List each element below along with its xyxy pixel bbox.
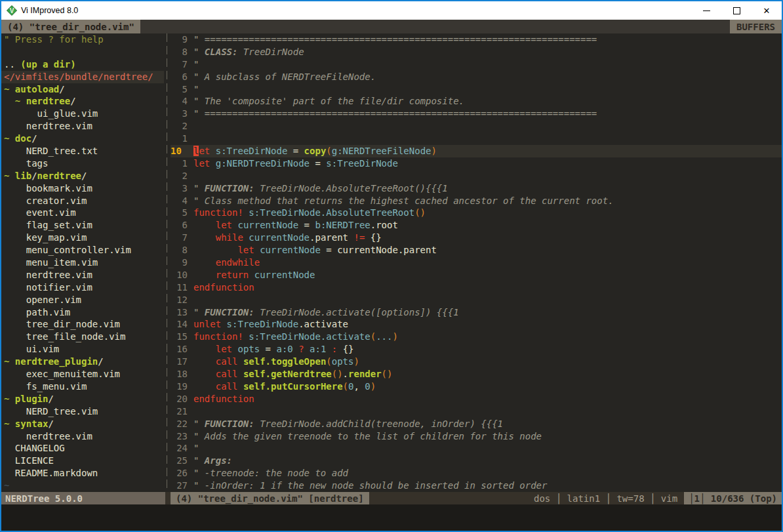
tree-line[interactable]: nerdtree.vim bbox=[1, 430, 164, 443]
tree-text: tags bbox=[4, 157, 48, 170]
tree-line[interactable]: LICENCE bbox=[1, 455, 164, 467]
tree-line[interactable]: flag_set.vim bbox=[1, 219, 164, 232]
tree-text: ~ nerdtree_plugin/ bbox=[4, 356, 104, 368]
code-line[interactable]: 25" Args: bbox=[171, 455, 782, 467]
minimize-button[interactable] bbox=[691, 1, 721, 20]
tree-line[interactable]: creator.vim bbox=[1, 195, 164, 207]
tree-line[interactable]: .. (up a dir) bbox=[1, 58, 164, 71]
tree-line[interactable]: " Press ? for help bbox=[1, 33, 164, 46]
tree-line[interactable]: menu_item.vim bbox=[1, 256, 164, 269]
code-line[interactable]: 3" =====================================… bbox=[171, 108, 782, 120]
code-line[interactable]: 16 let opts = a:0 ? a:1 : {} bbox=[171, 343, 782, 356]
code-line[interactable]: 27" -inOrder: 1 if the new node should b… bbox=[171, 480, 782, 492]
tree-line[interactable]: ~ lib/nerdtree/ bbox=[1, 170, 164, 182]
code-line[interactable]: 20endfunction bbox=[171, 393, 782, 405]
tree-text: ~ nerdtree/ bbox=[4, 95, 76, 108]
code-text: " ======================================… bbox=[193, 108, 597, 120]
tree-line[interactable]: ~ syntax/ bbox=[1, 418, 164, 430]
tree-line[interactable]: key_map.vim bbox=[1, 232, 164, 244]
tree-line[interactable]: ui.vim bbox=[1, 343, 164, 356]
code-line[interactable]: 3" FUNCTION: TreeDirNode.AbsoluteTreeRoo… bbox=[171, 182, 782, 195]
tree-line[interactable]: nerdtree.vim bbox=[1, 120, 164, 133]
code-line[interactable]: 6 let currentNode = b:NERDTree.root bbox=[171, 219, 782, 232]
tree-line[interactable]: ~ bbox=[1, 480, 164, 492]
code-line[interactable]: 22" FUNCTION: TreeDirNode.addChild(treen… bbox=[171, 418, 782, 430]
tree-line[interactable]: tree_file_node.vim bbox=[1, 331, 164, 343]
tree-text: exec_menuitem.vim bbox=[4, 368, 120, 380]
code-line[interactable]: 8 let currentNode = currentNode.parent bbox=[171, 244, 782, 256]
tree-line[interactable]: menu_controller.vim bbox=[1, 244, 164, 256]
code-text: call self.getNerdtree().render() bbox=[193, 368, 392, 380]
tree-line[interactable]: bookmark.vim bbox=[1, 182, 164, 195]
tree-line[interactable]: notifier.vim bbox=[1, 281, 164, 294]
tree-line[interactable]: fs_menu.vim bbox=[1, 380, 164, 393]
window-separator[interactable] bbox=[164, 33, 171, 492]
code-line[interactable]: 24" bbox=[171, 442, 782, 455]
code-line: 2 bbox=[171, 170, 782, 182]
line-number: 1 bbox=[171, 157, 188, 170]
code-line[interactable]: 10 return currentNode bbox=[171, 269, 782, 281]
line-number: 21 bbox=[171, 405, 188, 418]
tree-line[interactable]: NERD_tree.vim bbox=[1, 405, 164, 418]
tree-line[interactable]: exec_menuitem.vim bbox=[1, 368, 164, 380]
close-button[interactable]: ✕ bbox=[752, 1, 782, 20]
code-line[interactable]: 26" -treenode: the node to add bbox=[171, 467, 782, 480]
code-line[interactable]: 1let g:NERDTreeDirNode = s:TreeDirNode bbox=[171, 157, 782, 170]
code-line[interactable]: 14unlet s:TreeDirNode.activate bbox=[171, 318, 782, 331]
tree-line[interactable]: ui_glue.vim bbox=[1, 108, 164, 120]
code-line[interactable]: 18 call self.getNerdtree().render() bbox=[171, 368, 782, 380]
code-line[interactable]: 19 call self.putCursorHere(0, 0) bbox=[171, 380, 782, 393]
tree-line[interactable]: opener.vim bbox=[1, 294, 164, 306]
tree-text: ~ lib/nerdtree/ bbox=[4, 170, 87, 182]
line-number: 7 bbox=[171, 232, 188, 244]
line-number: 3 bbox=[171, 108, 188, 120]
code-line[interactable]: 13" FUNCTION: TreeDirNode.activate([opti… bbox=[171, 306, 782, 319]
code-line[interactable]: 11endfunction bbox=[171, 281, 782, 294]
tree-line[interactable]: </vimfiles/bundle/nerdtree/ bbox=[1, 71, 164, 83]
tree-text: path.vim bbox=[4, 306, 70, 319]
tree-line[interactable]: ~ plugin/ bbox=[1, 393, 164, 405]
tree-line[interactable]: CHANGELOG bbox=[1, 442, 164, 455]
code-text: " FUNCTION: TreeDirNode.addChild(treenod… bbox=[193, 418, 503, 430]
code-line[interactable]: 9" =====================================… bbox=[171, 33, 782, 46]
tree-line[interactable]: NERD_tree.txt bbox=[1, 145, 164, 157]
tree-line[interactable]: path.vim bbox=[1, 306, 164, 319]
tree-line[interactable]: README.markdown bbox=[1, 467, 164, 480]
code-line[interactable]: 15function! s:TreeDirNode.activate(...) bbox=[171, 331, 782, 343]
code-line[interactable]: 7 while currentNode.parent != {} bbox=[171, 232, 782, 244]
code-line[interactable]: 7" bbox=[171, 58, 782, 71]
tree-text: nerdtree.vim bbox=[4, 430, 92, 443]
line-number: 27 bbox=[171, 480, 188, 492]
code-line[interactable]: 4" The 'composite' part of the file/dir … bbox=[171, 95, 782, 108]
code-line[interactable]: 8" CLASS: TreeDirNode bbox=[171, 46, 782, 58]
tree-line[interactable]: ~ doc/ bbox=[1, 133, 164, 145]
code-line[interactable]: 17 call self.toggleOpen(opts) bbox=[171, 356, 782, 368]
tree-line[interactable]: tree_dir_node.vim bbox=[1, 318, 164, 331]
buffer-statusline: (4) "tree_dir_node.vim" [nerdtree] bbox=[171, 492, 369, 504]
code-line[interactable]: 10let s:TreeDirNode = copy(g:NERDTreeFil… bbox=[171, 145, 782, 157]
code-line[interactable]: 5" bbox=[171, 83, 782, 96]
window-title: Vi IMproved 8.0 bbox=[21, 6, 78, 15]
code-line[interactable]: 4" Class method that returns the highest… bbox=[171, 195, 782, 207]
tree-line[interactable]: tags bbox=[1, 157, 164, 170]
tree-line[interactable]: nerdtree.vim bbox=[1, 269, 164, 281]
tree-text: tree_dir_node.vim bbox=[4, 318, 120, 331]
tree-text: key_map.vim bbox=[4, 232, 87, 244]
tree-line[interactable]: event.vim bbox=[1, 207, 164, 219]
code-text: " The 'composite' part of the file/dir c… bbox=[193, 95, 464, 108]
line-number: 22 bbox=[171, 418, 188, 430]
tree-line[interactable]: ~ autoload/ bbox=[1, 83, 164, 96]
tree-line[interactable]: ~ nerdtree_plugin/ bbox=[1, 356, 164, 368]
statusline-spacer bbox=[369, 492, 534, 504]
code-line[interactable]: 23" Adds the given treenode to the list … bbox=[171, 430, 782, 443]
maximize-button[interactable] bbox=[721, 1, 752, 20]
code-text: " -inOrder: 1 if the new node should be … bbox=[193, 480, 547, 492]
code-text: " Class method that returns the highest … bbox=[193, 195, 614, 207]
code-text: let currentNode = b:NERDTree.root bbox=[193, 219, 398, 232]
tree-line[interactable]: ~ nerdtree/ bbox=[1, 95, 164, 108]
code-line[interactable]: 6" A subclass of NERDTreeFileNode. bbox=[171, 71, 782, 83]
code-text: " Adds the given treenode to the list of… bbox=[193, 430, 542, 443]
code-line[interactable]: 9 endwhile bbox=[171, 256, 782, 269]
tab-tree-dir-node[interactable]: (4) "tree_dir_node.vim" bbox=[1, 20, 140, 33]
code-line[interactable]: 5function! s:TreeDirNode.AbsoluteTreeRoo… bbox=[171, 207, 782, 219]
